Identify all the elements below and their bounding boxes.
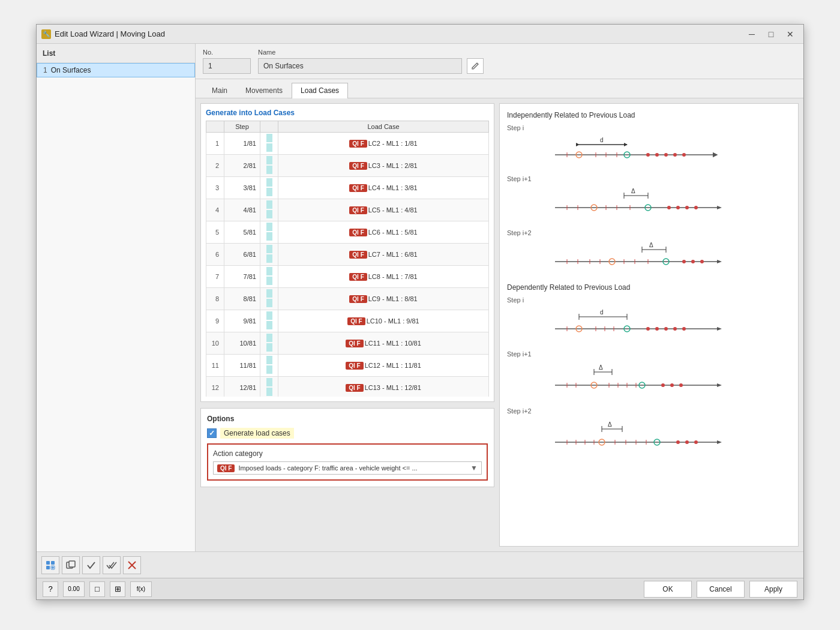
diagram-dependent-i1: Step i+1 Δ: [507, 350, 791, 398]
tabs-row: Main Movements Load Cases: [196, 79, 803, 98]
formula-button[interactable]: f(x): [130, 581, 152, 597]
table-inner[interactable]: Step Load Case 1 1/81 QI FLC2 - ML1 : 1/…: [206, 121, 489, 397]
status-bar: ? 0.00 □ ⊞ f(x) OK Cancel Apply: [37, 578, 803, 599]
row-step: 5/81: [224, 221, 260, 244]
col-load-case: Load Case: [278, 121, 489, 133]
row-color: [260, 155, 278, 177]
generate-label: Generate load cases: [220, 428, 294, 439]
row-step: 11/81: [224, 355, 260, 377]
value-button[interactable]: 0.00: [63, 581, 85, 597]
table-row: 12 12/81 QI FLC13 - ML1 : 12/81: [206, 377, 489, 397]
add-button[interactable]: [41, 556, 59, 574]
row-step: 9/81: [224, 310, 260, 332]
title-bar: 🔧 Edit Load Wizard | Moving Load ─ □ ✕: [37, 25, 803, 44]
status-left: ? 0.00 □ ⊞ f(x): [43, 581, 152, 597]
row-lc: QI FLC11 - ML1 : 10/81: [278, 332, 489, 355]
row-num: 1: [206, 133, 224, 155]
ok-button[interactable]: OK: [644, 581, 692, 598]
minimize-button[interactable]: ─: [743, 28, 760, 41]
row-num: 9: [206, 310, 224, 332]
tab-movements[interactable]: Movements: [236, 83, 292, 98]
delete-button[interactable]: [123, 556, 141, 574]
table-row: 10 10/81 QI FLC11 - ML1 : 10/81: [206, 332, 489, 355]
row-num: 12: [206, 377, 224, 397]
check-button[interactable]: [82, 556, 100, 574]
list-item-number: 1: [43, 66, 47, 74]
bottom-toolbar: [37, 551, 803, 578]
no-input[interactable]: [203, 58, 251, 74]
svg-point-77: [679, 383, 683, 387]
svg-point-62: [682, 327, 686, 331]
row-step: 8/81: [224, 288, 260, 310]
maximize-button[interactable]: □: [763, 28, 779, 41]
svg-text:d: d: [600, 137, 604, 143]
qi-f-badge: QI F: [349, 229, 367, 236]
add-icon: [45, 560, 56, 571]
action-category-title: Action category: [213, 449, 482, 458]
check-icon: [86, 560, 97, 571]
svg-point-10: [682, 153, 686, 157]
row-num: 5: [206, 221, 224, 244]
qi-f-badge: QI F: [349, 140, 367, 148]
svg-marker-55: [717, 327, 722, 331]
help-button[interactable]: ?: [43, 581, 58, 597]
diagram-independent-i1: Step i+1 Δ: [507, 175, 791, 220]
tab-main[interactable]: Main: [203, 83, 236, 98]
svg-point-94: [694, 440, 698, 444]
svg-marker-20: [717, 206, 722, 209]
row-lc: QI FLC10 - ML1 : 9/81: [278, 310, 489, 332]
svg-point-75: [661, 383, 665, 387]
table-wrapper: Step Load Case 1 1/81 QI FLC2 - ML1 : 1/…: [206, 121, 489, 397]
qi-badge: QI F: [217, 464, 235, 472]
duplicate-button[interactable]: [62, 556, 80, 574]
diagram-svg-ind-i: d: [507, 134, 723, 164]
row-color: [260, 377, 278, 397]
checkmark-icon: ✓: [209, 429, 215, 437]
generate-checkbox[interactable]: ✓: [207, 428, 217, 438]
list-item[interactable]: 1 On Surfaces: [37, 63, 195, 77]
no-label: No.: [203, 49, 251, 56]
col-step: Step: [224, 121, 260, 133]
toolbar-left: [41, 556, 141, 574]
close-button[interactable]: ✕: [782, 28, 799, 41]
table-button[interactable]: ⊞: [110, 581, 125, 597]
generate-section: Generate into Load Cases Step: [200, 103, 494, 402]
edit-name-button[interactable]: [467, 58, 484, 74]
row-lc: QI FLC6 - ML1 : 5/81: [278, 221, 489, 244]
step-i1-label-ind: Step i+1: [507, 175, 791, 182]
svg-rect-103: [46, 561, 50, 565]
view-button[interactable]: □: [89, 581, 105, 597]
tab-load-cases[interactable]: Load Cases: [292, 83, 348, 98]
svg-text:Δ: Δ: [608, 421, 612, 428]
detail-header: No. Name: [196, 44, 803, 79]
action-dropdown[interactable]: QI F Imposed loads - category F: traffic…: [213, 461, 482, 475]
options-title: Options: [207, 415, 488, 423]
name-input[interactable]: [258, 58, 462, 74]
app-icon: 🔧: [41, 29, 51, 39]
table-row: 7 7/81 QI FLC8 - ML1 : 7/81: [206, 266, 489, 288]
diagram-dependent-i2: Step i+2 Δ: [507, 407, 791, 455]
table-row: 8 8/81 QI FLC9 - ML1 : 8/81: [206, 288, 489, 310]
svg-marker-37: [717, 260, 722, 263]
row-lc: QI FLC2 - ML1 : 1/81: [278, 133, 489, 155]
qi-f-badge: QI F: [349, 184, 367, 192]
no-field-group: No.: [203, 49, 251, 74]
row-num: 8: [206, 288, 224, 310]
row-color: [260, 266, 278, 288]
row-color: [260, 355, 278, 377]
table-row: 5 5/81 QI FLC6 - ML1 : 5/81: [206, 221, 489, 244]
step-i-label-dep: Step i: [507, 296, 791, 304]
svg-text:Δ: Δ: [631, 188, 635, 194]
row-lc: QI FLC4 - ML1 : 3/81: [278, 177, 489, 199]
table-row: 4 4/81 QI FLC5 - ML1 : 4/81: [206, 199, 489, 221]
row-num: 7: [206, 266, 224, 288]
diagram-independent-i: Step i d: [507, 124, 791, 166]
svg-point-59: [655, 327, 659, 331]
cancel-button[interactable]: Cancel: [697, 581, 745, 598]
check-all-icon: [106, 560, 117, 571]
check-all-button[interactable]: [103, 556, 121, 574]
diagram-svg-dep-i: d: [507, 306, 723, 339]
apply-button[interactable]: Apply: [749, 581, 797, 598]
svg-text:Δ: Δ: [599, 364, 603, 371]
step-i2-label-dep: Step i+2: [507, 407, 791, 415]
